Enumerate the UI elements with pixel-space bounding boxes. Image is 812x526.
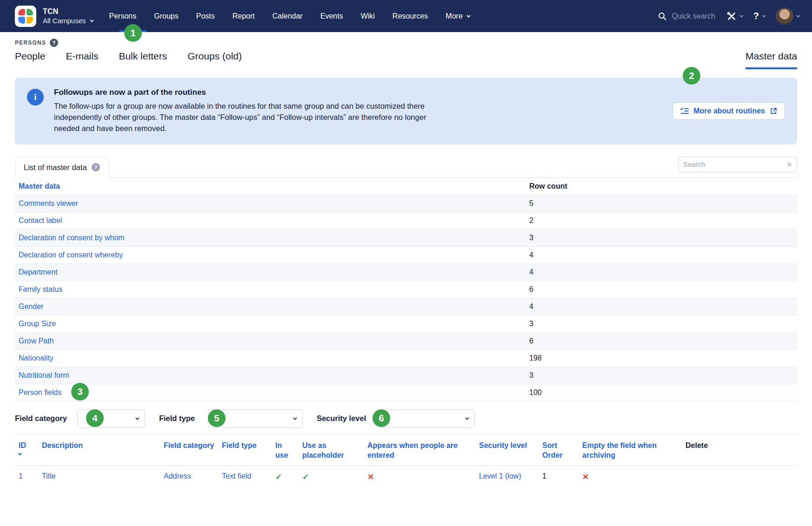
help-icon: ?: [753, 11, 759, 21]
tab-master-data[interactable]: Master data: [745, 51, 797, 69]
help-badge-icon[interactable]: ?: [50, 39, 58, 47]
tab-list-of-master-data[interactable]: List of master data ?: [15, 157, 109, 178]
table-row: Department4: [15, 264, 797, 281]
person-fields-table: ID Description Field category Field type…: [15, 434, 797, 488]
nav-item-persons[interactable]: Persons: [109, 12, 137, 20]
chevron-down-icon: [796, 13, 800, 17]
nav-item-resources[interactable]: Resources: [393, 12, 428, 20]
clear-search-icon[interactable]: ×: [787, 160, 792, 169]
nav-item-label: Posts: [196, 12, 215, 20]
column-header-id-label: ID: [19, 441, 26, 451]
column-header-security-level[interactable]: Security level: [475, 441, 539, 460]
top-navbar: TCN All Campuses Persons Groups Posts Re…: [0, 0, 812, 32]
nav-item-calendar[interactable]: Calendar: [273, 12, 303, 20]
master-data-table: Master data Row count Comments viewer5 C…: [15, 178, 797, 401]
field-category-label: Field category: [15, 414, 67, 423]
nav-item-wiki[interactable]: Wiki: [361, 12, 375, 20]
cross-icon: ✕: [579, 472, 682, 482]
nav-item-posts[interactable]: Posts: [196, 12, 215, 20]
tab-people[interactable]: People: [15, 51, 45, 69]
quick-search-label: Quick search: [672, 12, 715, 20]
master-data-link[interactable]: Declaration of consent by whom: [19, 234, 125, 242]
nav-item-more[interactable]: More: [446, 12, 469, 20]
column-header-id[interactable]: ID: [15, 441, 38, 460]
column-header-master-data[interactable]: Master data: [15, 178, 526, 194]
master-data-link[interactable]: Gender: [19, 302, 43, 310]
field-category-link[interactable]: Address: [164, 472, 191, 480]
app-logo-icon[interactable]: [15, 6, 36, 27]
nav-item-label: Events: [320, 12, 343, 20]
column-header-description[interactable]: Description: [38, 441, 160, 460]
master-data-link[interactable]: Declaration of consent whereby: [19, 251, 123, 259]
field-type-link[interactable]: Text field: [222, 472, 251, 480]
nav-item-label: Wiki: [361, 12, 375, 20]
table-row: Gender4: [15, 298, 797, 316]
help-badge-icon[interactable]: ?: [92, 163, 100, 171]
nav-item-report[interactable]: Report: [233, 12, 255, 20]
nav-item-label: More: [446, 12, 462, 20]
master-data-link-person-fields[interactable]: Person fields: [19, 388, 62, 396]
annotation-badge-1: 1: [124, 24, 142, 42]
column-header-field-category[interactable]: Field category: [160, 441, 218, 460]
subnav-tabs: People E-mails Bulk letters Groups (old)…: [15, 51, 797, 69]
quick-search[interactable]: Quick search: [658, 12, 715, 21]
tab-emails[interactable]: E-mails: [66, 51, 98, 69]
field-description-link[interactable]: Title: [42, 472, 56, 480]
column-header-empty-when-archiving[interactable]: Empty the field when archiving: [579, 441, 682, 460]
persons-subnav: PERSONS ? People E-mails Bulk letters Gr…: [0, 32, 812, 69]
row-count-value: 4: [526, 299, 797, 315]
nav-item-groups[interactable]: Groups: [154, 12, 178, 20]
annotation-badge-2: 2: [683, 67, 700, 85]
person-fields-table-header: ID Description Field category Field type…: [15, 435, 797, 466]
table-row: Group Size3: [15, 316, 797, 333]
help-menu[interactable]: ?: [753, 11, 765, 21]
search-input[interactable]: [683, 160, 787, 168]
master-data-link[interactable]: Contact label: [19, 217, 62, 224]
chevron-down-icon: [293, 416, 297, 420]
column-header-use-as-placeholder[interactable]: Use as placeholder: [299, 441, 364, 460]
chevron-down-icon: [762, 13, 765, 17]
column-header-sort-order[interactable]: Sort Order: [539, 441, 579, 460]
external-link-icon: [770, 107, 777, 115]
master-data-link[interactable]: Nationality: [19, 354, 53, 362]
user-menu[interactable]: [776, 7, 799, 25]
routine-list-icon: [680, 107, 689, 115]
table-row: Grow Path6: [15, 333, 797, 350]
nav-item-label: Persons: [109, 12, 137, 20]
field-id-link[interactable]: 1: [19, 472, 23, 480]
master-data-link[interactable]: Family status: [19, 285, 62, 293]
nav-item-label: Groups: [154, 12, 178, 20]
campus-selector[interactable]: All Campuses: [43, 17, 93, 25]
row-count-value: 3: [526, 230, 797, 246]
table-row: Nutritional form3: [15, 367, 797, 384]
tab-list-of-master-data-label: List of master data: [24, 163, 87, 172]
row-count-value: 6: [526, 282, 797, 297]
column-header-appears-when-people-entered[interactable]: Appears when people are entered: [364, 441, 475, 460]
security-level-link[interactable]: Level 1 (low): [479, 472, 521, 480]
info-banner: i Followups are now a part of the routin…: [15, 78, 797, 145]
brand-block: TCN All Campuses: [43, 7, 93, 25]
field-type-label: Field type: [159, 414, 195, 423]
master-data-link[interactable]: Comments viewer: [19, 199, 78, 207]
annotation-badge-3: 3: [71, 383, 89, 401]
admin-tools-menu[interactable]: [726, 11, 742, 21]
table-row: Nationality198: [15, 350, 797, 367]
master-data-link[interactable]: Nutritional form: [19, 371, 69, 379]
master-data-link[interactable]: Department: [19, 268, 58, 276]
column-header-field-type[interactable]: Field type: [218, 441, 272, 460]
chevron-down-icon: [466, 13, 470, 17]
master-data-search: ×: [678, 157, 797, 172]
tab-groups-old[interactable]: Groups (old): [187, 51, 242, 69]
security-level-label: Security level: [317, 414, 366, 423]
tab-bulk-letters[interactable]: Bulk letters: [119, 51, 167, 69]
column-header-in-use[interactable]: In use: [272, 441, 299, 460]
info-icon: i: [27, 89, 44, 105]
campus-selector-label: All Campuses: [43, 17, 86, 25]
security-level-select[interactable]: [380, 409, 475, 428]
master-data-link[interactable]: Group Size: [19, 320, 56, 328]
more-about-routines-button[interactable]: More about routines: [672, 102, 785, 120]
table-row: Declaration of consent whereby4: [15, 247, 797, 264]
master-data-link[interactable]: Grow Path: [19, 337, 54, 345]
nav-item-events[interactable]: Events: [320, 12, 343, 20]
nav-item-label: Resources: [393, 12, 428, 20]
